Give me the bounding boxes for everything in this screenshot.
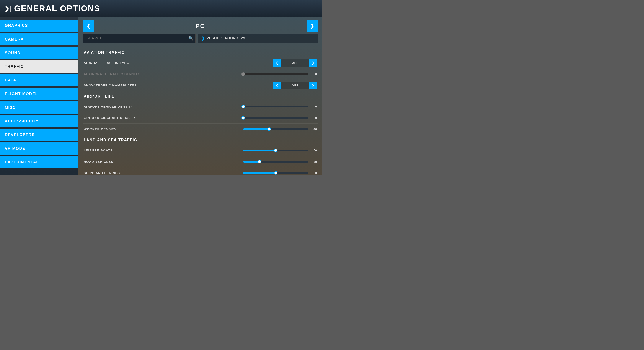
slider-value-road-vehicles: 25 xyxy=(310,160,317,164)
platform-label: PC xyxy=(94,23,306,30)
setting-row-show-traffic-nameplates: SHOW TRAFFIC NAMEPLATES❮OFF❯ xyxy=(83,80,318,91)
setting-label-ai-aircraft-traffic-density: AI AIRCRAFT TRAFFIC DENSITY xyxy=(84,72,239,76)
setting-row-airport-vehicle-density: AIRPORT VEHICLE DENSITY0 xyxy=(83,101,318,112)
slider-control-airport-vehicle-density: 0 xyxy=(239,105,317,108)
slider-value-worker-density: 40 xyxy=(310,128,317,131)
slider-control-road-vehicles: 25 xyxy=(239,160,317,164)
content-area: ❮ PC ❯ 🔍 ❯ RESULTS FOUND: 29 AVIATION TR… xyxy=(78,17,322,175)
setting-label-airport-vehicle-density: AIRPORT VEHICLE DENSITY xyxy=(84,105,239,108)
slider-thumb-road-vehicles xyxy=(258,160,261,164)
search-icon: 🔍 xyxy=(188,36,193,41)
sidebar-item-label-vr-mode: VR MODE xyxy=(5,146,25,151)
setting-label-leisure-boats: LEISURE BOATS xyxy=(84,148,239,152)
slider-track-ai-aircraft-traffic-density xyxy=(243,73,308,75)
sidebar-item-experimental[interactable]: EXPERIMENTAL xyxy=(0,156,78,168)
slider-thumb-airport-vehicle-density xyxy=(242,105,245,108)
main-layout: GRAPHICSCAMERASOUNDTRAFFICDATAFLIGHT MOD… xyxy=(0,17,322,175)
slider-control-ships-and-ferries: 50 xyxy=(239,171,317,175)
sidebar-item-label-traffic: TRAFFIC xyxy=(5,64,24,69)
sidebar-item-graphics[interactable]: GRAPHICS xyxy=(0,20,78,32)
sidebar-item-camera[interactable]: CAMERA xyxy=(0,33,78,45)
slider-wrap-airport-vehicle-density[interactable] xyxy=(243,106,308,108)
slider-wrap-road-vehicles[interactable] xyxy=(243,161,308,162)
sidebar-item-data[interactable]: DATA xyxy=(0,74,78,86)
slider-control-ai-aircraft-traffic-density: 0 xyxy=(239,72,317,76)
setting-row-ai-aircraft-traffic-density: AI AIRCRAFT TRAFFIC DENSITY0 xyxy=(83,68,318,80)
header: ❯| GENERAL OPTIONS xyxy=(0,0,322,17)
slider-thumb-ground-aircraft-density xyxy=(242,116,245,120)
setting-row-ground-aircraft-density: GROUND AIRCRAFT DENSITY0 xyxy=(83,112,318,124)
slider-control-leisure-boats: 50 xyxy=(239,149,317,152)
slider-value-leisure-boats: 50 xyxy=(310,149,317,152)
sidebar-item-misc[interactable]: MISC xyxy=(0,102,78,114)
slider-wrap-ai-aircraft-traffic-density[interactable] xyxy=(243,73,308,75)
setting-row-ships-and-ferries: SHIPS AND FERRIES50 xyxy=(83,167,318,175)
slider-thumb-ships-and-ferries xyxy=(274,171,278,175)
sidebar-item-traffic[interactable]: TRAFFIC xyxy=(0,60,78,72)
toggle-prev-show-traffic-nameplates[interactable]: ❮ xyxy=(273,82,281,89)
toggle-value-aircraft-traffic-type: OFF xyxy=(281,59,309,66)
section-header-aviation-traffic: AVIATION TRAFFIC xyxy=(83,47,318,56)
setting-label-aircraft-traffic-type: AIRCRAFT TRAFFIC TYPE xyxy=(84,61,269,64)
toggle-next-aircraft-traffic-type[interactable]: ❯ xyxy=(309,59,317,66)
slider-value-ships-and-ferries: 50 xyxy=(310,171,317,175)
toggle-prev-aircraft-traffic-type[interactable]: ❮ xyxy=(273,59,281,66)
slider-fill-leisure-boats xyxy=(243,150,276,151)
search-wrap: 🔍 xyxy=(83,34,196,43)
sidebar-item-accessibility[interactable]: ACCESSIBILITY xyxy=(0,115,78,127)
toggle-control-show-traffic-nameplates: ❮OFF❯ xyxy=(269,82,317,89)
search-input[interactable] xyxy=(83,34,196,43)
results-found: ❯ RESULTS FOUND: 29 xyxy=(198,34,318,43)
setting-label-ships-and-ferries: SHIPS AND FERRIES xyxy=(84,171,239,175)
slider-fill-road-vehicles xyxy=(243,161,260,162)
toggle-control-aircraft-traffic-type: ❮OFF❯ xyxy=(269,59,317,66)
slider-track-airport-vehicle-density xyxy=(243,106,308,108)
slider-wrap-ground-aircraft-density[interactable] xyxy=(243,117,308,119)
slider-thumb-ai-aircraft-traffic-density xyxy=(242,72,245,76)
sidebar-item-sound[interactable]: SOUND xyxy=(0,47,78,59)
sidebar-item-flight-model[interactable]: FLIGHT MODEL xyxy=(0,88,78,100)
sidebar-item-label-accessibility: ACCESSIBILITY xyxy=(5,119,39,124)
sidebar: GRAPHICSCAMERASOUNDTRAFFICDATAFLIGHT MOD… xyxy=(0,17,78,175)
slider-wrap-leisure-boats[interactable] xyxy=(243,150,308,151)
setting-row-leisure-boats: LEISURE BOATS50 xyxy=(83,145,318,156)
setting-row-worker-density: WORKER DENSITY40 xyxy=(83,124,318,135)
page-title: GENERAL OPTIONS xyxy=(14,4,100,13)
setting-row-aircraft-traffic-type: AIRCRAFT TRAFFIC TYPE❮OFF❯ xyxy=(83,57,318,68)
setting-label-show-traffic-nameplates: SHOW TRAFFIC NAMEPLATES xyxy=(84,84,269,87)
sidebar-item-vr-mode[interactable]: VR MODE xyxy=(0,142,78,154)
sidebar-item-developers[interactable]: DEVELOPERS xyxy=(0,129,78,141)
sidebar-item-label-experimental: EXPERIMENTAL xyxy=(5,160,39,164)
settings-list: AVIATION TRAFFICAIRCRAFT TRAFFIC TYPE❮OF… xyxy=(78,45,322,175)
slider-fill-ships-and-ferries xyxy=(243,172,276,174)
section-divider-land-sea-traffic xyxy=(83,144,318,144)
sidebar-item-label-misc: MISC xyxy=(5,105,16,110)
slider-thumb-worker-density xyxy=(268,128,271,131)
slider-value-ai-aircraft-traffic-density: 0 xyxy=(310,72,317,76)
toggle-next-show-traffic-nameplates[interactable]: ❯ xyxy=(309,82,317,89)
sidebar-item-label-camera: CAMERA xyxy=(5,37,24,42)
results-found-label: RESULTS FOUND: 29 xyxy=(206,36,245,40)
slider-wrap-worker-density[interactable] xyxy=(243,128,308,130)
slider-value-airport-vehicle-density: 0 xyxy=(310,105,317,108)
sidebar-item-label-graphics: GRAPHICS xyxy=(5,24,28,28)
results-arrow-icon: ❯ xyxy=(201,36,204,41)
slider-value-ground-aircraft-density: 0 xyxy=(310,116,317,120)
slider-control-worker-density: 40 xyxy=(239,128,317,131)
header-icon: ❯| xyxy=(4,5,11,12)
platform-prev-button[interactable]: ❮ xyxy=(83,20,94,32)
slider-track-ground-aircraft-density xyxy=(243,117,308,119)
setting-label-ground-aircraft-density: GROUND AIRCRAFT DENSITY xyxy=(84,116,239,120)
slider-wrap-ships-and-ferries[interactable] xyxy=(243,172,308,174)
sidebar-item-label-flight-model: FLIGHT MODEL xyxy=(5,92,38,96)
search-bar: 🔍 ❯ RESULTS FOUND: 29 xyxy=(78,32,322,45)
toggle-value-show-traffic-nameplates: OFF xyxy=(281,82,309,89)
slider-thumb-leisure-boats xyxy=(274,149,278,152)
section-header-land-sea-traffic: LAND AND SEA TRAFFIC xyxy=(83,135,318,144)
platform-next-button[interactable]: ❯ xyxy=(306,20,318,32)
sidebar-item-label-developers: DEVELOPERS xyxy=(5,133,35,137)
setting-row-road-vehicles: ROAD VEHICLES25 xyxy=(83,156,318,167)
platform-bar: ❮ PC ❯ xyxy=(78,17,322,32)
sidebar-item-label-data: DATA xyxy=(5,78,16,82)
sidebar-item-label-sound: SOUND xyxy=(5,51,20,55)
